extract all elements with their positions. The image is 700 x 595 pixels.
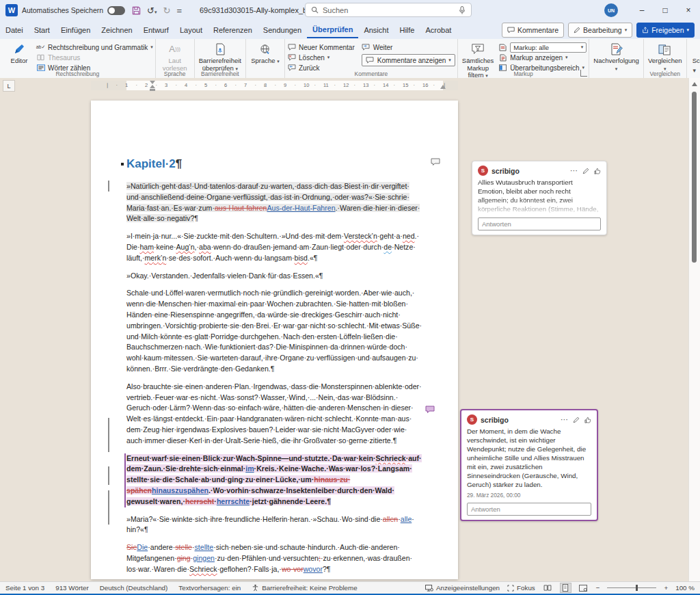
scroll-up-icon[interactable] — [692, 82, 697, 86]
paragraph[interactable]: »I·​mein·​ja·​nur...«·​Sie·​zuckte·​mit·… — [126, 231, 422, 263]
collapse-ribbon-button[interactable]: ▾ — [692, 67, 696, 74]
share-button[interactable]: Freigeben▾ — [636, 23, 695, 38]
text-run: ·​jetzt·​gähnende·​Leere. — [250, 497, 327, 505]
tab-acrobat[interactable]: Acrobat — [420, 23, 457, 38]
display-settings-button[interactable]: Anzeigeeinstellungen — [425, 584, 500, 592]
text-run: »Okay.·​Verstanden.·​Jedenfalls·​vielen·… — [126, 272, 319, 280]
comment-card-selected[interactable]: S scribigo ⋯ Der Moment, in dem die Wach… — [460, 409, 598, 521]
paragraph[interactable]: Schale·​und·​Löffel·​waren·​vermutlich·​… — [126, 288, 422, 374]
delete-comment-icon — [287, 53, 296, 62]
comment-reply-input[interactable] — [478, 217, 601, 230]
comments-panel-button[interactable]: Kommentare — [502, 23, 564, 38]
delete-comment-button[interactable]: Löschen▾ — [287, 53, 355, 62]
paragraph[interactable]: Also·​brauchte·​sie·​einen·​anderen·​Pla… — [126, 382, 422, 447]
vertical-scrollbar[interactable] — [688, 78, 700, 581]
comment-marker-icon[interactable] — [431, 158, 440, 166]
text-predictions-indicator[interactable]: Textvorhersagen: ein — [178, 584, 241, 592]
close-button[interactable]: × — [677, 0, 700, 21]
paragraph[interactable]: »Maria?«·​Sie·​winkte·​sich·​ihre·​freun… — [126, 514, 422, 536]
comment-card[interactable]: S scribigo ⋯ Allies Wutausbruch transpor… — [472, 161, 607, 235]
new-comment-button[interactable]: Neuer Kommentar — [287, 42, 355, 52]
redo-icon[interactable]: ↻ — [163, 6, 171, 15]
more-options-icon[interactable]: ⋯ — [570, 167, 578, 174]
paragraph[interactable]: SieDie·​andere·​stelle·​stellte·​sich·​n… — [126, 542, 422, 574]
zoom-slider-thumb[interactable] — [636, 585, 638, 591]
pencil-icon — [574, 27, 580, 34]
tab-ansicht[interactable]: Ansicht — [358, 23, 394, 38]
tracking-button[interactable]: Nachverfolgung▾ — [591, 41, 641, 73]
show-markup-button[interactable]: Markup anzeigen▾ — [498, 53, 587, 62]
zoom-out-button[interactable]: − — [596, 584, 600, 592]
compare-button[interactable]: Vergleichen▾ — [646, 41, 684, 73]
accessibility-doc-icon — [215, 42, 226, 56]
spelling-grammar-button[interactable]: ab✓ Rechtschreibung und Grammatik▾ — [36, 42, 153, 52]
edit-comment-icon[interactable] — [582, 168, 589, 174]
edit-comment-icon[interactable] — [573, 416, 580, 423]
print-layout-button[interactable] — [561, 583, 571, 592]
dialog-launcher-icon[interactable] — [580, 70, 587, 77]
tab-datei[interactable]: Datei — [0, 23, 29, 38]
paragraph[interactable]: Erneut·​warf·​sie·​einen·​Blick·​zur·​Wa… — [124, 453, 422, 507]
show-comments-button[interactable]: Kommentare anzeigen▾ — [362, 54, 455, 66]
change-bar — [108, 181, 109, 191]
thesaurus-button[interactable]: Thesaurus — [36, 53, 153, 62]
tab-start[interactable]: Start — [29, 23, 55, 38]
account-avatar[interactable]: UN — [604, 3, 618, 17]
markup-select[interactable]: Markup: alle▾ — [510, 42, 587, 53]
zoom-in-button[interactable]: + — [664, 584, 668, 592]
ribbon-options-icon[interactable]: = — [176, 6, 182, 15]
language-button[interactable]: Sprache ▾ — [248, 41, 282, 66]
save-icon[interactable] — [132, 6, 141, 15]
like-icon[interactable] — [584, 416, 591, 423]
tab-zeichnen[interactable]: Zeichnen — [96, 23, 137, 38]
ruler-tick: 3 — [165, 81, 167, 90]
maximize-button[interactable]: □ — [654, 0, 677, 21]
more-options-icon[interactable]: ⋯ — [561, 416, 568, 423]
comment-author: scribigo — [481, 416, 557, 424]
first-line-indent-marker[interactable] — [150, 81, 155, 91]
right-indent-marker[interactable] — [440, 85, 446, 89]
microphone-icon[interactable] — [459, 6, 466, 14]
accessibility-check-button[interactable]: Barrierefreiheit überprüfen ▾ — [197, 41, 243, 73]
zoom-level[interactable]: 100 % — [675, 584, 695, 592]
focus-mode-button[interactable]: Fokus — [507, 584, 535, 592]
paragraph[interactable]: »Okay.·​Verstanden.·​Jedenfalls·​vielen·… — [126, 271, 422, 282]
read-aloud-button[interactable]: A))) Laut vorlesen — [158, 41, 192, 73]
text-run: ·​geht·​a·​ — [377, 232, 403, 240]
minimize-button[interactable]: – — [630, 0, 654, 21]
like-icon[interactable] — [594, 168, 601, 174]
read-mode-button[interactable] — [543, 583, 553, 592]
tab-entwurf[interactable]: Entwurf — [138, 23, 174, 38]
paragraph[interactable]: »Natürlich·​geht·​das!·​Und·​tatenlos·​d… — [126, 181, 422, 224]
page-indicator[interactable]: Seite 1 von 3 — [5, 584, 44, 592]
book-icon — [36, 53, 45, 62]
tab-ueberpruefen[interactable]: Überprüfen — [307, 22, 358, 38]
tab-layout[interactable]: Layout — [174, 23, 208, 38]
word-count-indicator[interactable]: 913 Wörter — [55, 584, 88, 592]
tab-stop-selector[interactable]: L — [3, 80, 15, 92]
comment-marker-icon-selected[interactable] — [425, 406, 435, 414]
undo-icon[interactable]: ↺▾ — [147, 6, 157, 15]
chapter-heading[interactable]: Kapitel·​2¶ — [126, 157, 422, 172]
toggle-knob — [109, 8, 115, 14]
accessibility-status[interactable]: Barrierefreiheit: Keine Probleme — [252, 584, 357, 592]
search-input[interactable]: Suchen — [305, 3, 472, 17]
web-layout-button[interactable] — [578, 583, 589, 592]
comment-reply-input[interactable] — [467, 503, 591, 516]
text-run-ins: wovor — [304, 565, 323, 573]
tab-hilfe[interactable]: Hilfe — [394, 23, 420, 38]
tab-einfuegen[interactable]: Einfügen — [55, 23, 96, 38]
autosave-toggle[interactable] — [107, 6, 125, 15]
editing-mode-button[interactable]: Bearbeitung▾ — [568, 23, 632, 38]
next-comment-button[interactable]: Weiter — [362, 42, 455, 52]
tab-sendungen[interactable]: Sendungen — [258, 23, 307, 38]
next-comment-icon — [362, 43, 371, 51]
editor-button[interactable]: Editor — [2, 41, 36, 66]
document-page[interactable]: Kapitel·​2¶»Natürlich·​geht·​das!·​Und·​… — [91, 101, 458, 579]
zoom-slider[interactable] — [607, 587, 656, 588]
chevron-down-icon: ▾ — [686, 27, 689, 33]
language-indicator[interactable]: Deutsch (Deutschland) — [100, 584, 168, 592]
horizontal-ruler[interactable]: ❘·1·2·3·4·5·6·7·8·9·10·11·12·13·14·15·16… — [91, 81, 458, 90]
tab-referenzen[interactable]: Referenzen — [208, 23, 258, 38]
scrollbar-thumb[interactable] — [692, 92, 697, 263]
